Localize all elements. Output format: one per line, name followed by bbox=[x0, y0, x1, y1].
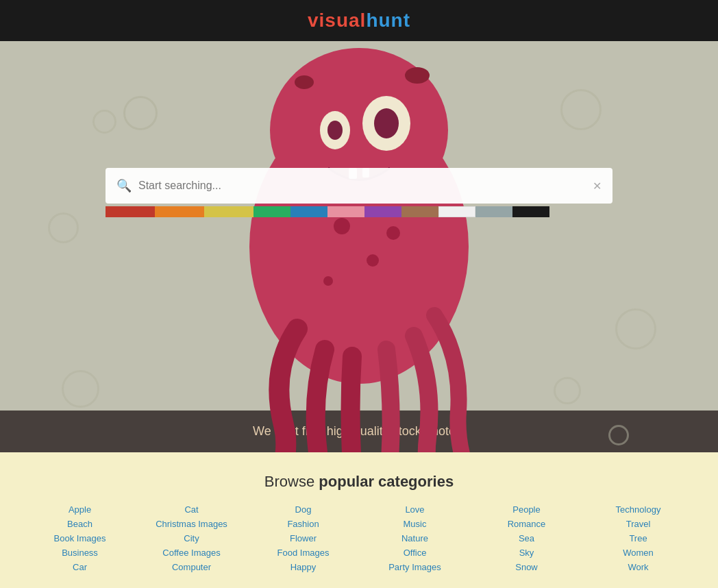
category-coffee-images[interactable]: Coffee Images bbox=[162, 548, 220, 558]
category-col-1: Apple Beach Book Images Business Car bbox=[39, 504, 121, 572]
category-romance[interactable]: Romance bbox=[508, 519, 546, 529]
bubble-5 bbox=[62, 370, 99, 408]
bubble-3 bbox=[560, 89, 602, 130]
svg-point-11 bbox=[367, 254, 379, 267]
category-car[interactable]: Car bbox=[73, 562, 87, 572]
category-col-6: Technology Travel Tree Women Work bbox=[597, 504, 680, 572]
site-logo[interactable]: visualhunt bbox=[308, 10, 410, 32]
category-snow[interactable]: Snow bbox=[515, 562, 538, 572]
category-computer[interactable]: Computer bbox=[172, 562, 211, 572]
swatch-brown[interactable] bbox=[401, 206, 438, 217]
categories-title-bold: popular categories bbox=[319, 473, 454, 490]
categories-title-start: Browse bbox=[264, 473, 319, 490]
category-office[interactable]: Office bbox=[404, 548, 427, 558]
category-music[interactable]: Music bbox=[404, 519, 427, 529]
swatch-white[interactable] bbox=[438, 206, 475, 217]
bubble-1 bbox=[123, 96, 158, 130]
site-header: visualhunt bbox=[0, 0, 718, 41]
swatch-orange[interactable] bbox=[155, 206, 204, 217]
svg-point-10 bbox=[334, 218, 350, 234]
category-christmas-images[interactable]: Christmas Images bbox=[156, 519, 227, 529]
bubble-8 bbox=[608, 425, 629, 445]
category-dog[interactable]: Dog bbox=[295, 504, 312, 515]
swatch-green[interactable] bbox=[253, 206, 290, 217]
monster-illustration bbox=[215, 41, 503, 452]
color-swatches bbox=[106, 206, 612, 217]
bubble-2 bbox=[92, 110, 116, 134]
categories-title: Browse popular categories bbox=[27, 473, 691, 491]
category-city[interactable]: City bbox=[184, 533, 199, 543]
swatch-purple[interactable] bbox=[364, 206, 401, 217]
category-nature[interactable]: Nature bbox=[401, 533, 428, 543]
bubble-4 bbox=[48, 212, 79, 243]
svg-point-5 bbox=[327, 121, 343, 140]
svg-point-12 bbox=[323, 276, 333, 286]
swatch-yellow[interactable] bbox=[204, 206, 253, 217]
category-col-4: Love Music Nature Office Party Images bbox=[374, 504, 456, 572]
category-people[interactable]: People bbox=[512, 504, 540, 515]
swatch-red[interactable] bbox=[106, 206, 155, 217]
category-book-images[interactable]: Book Images bbox=[54, 533, 106, 543]
category-sea[interactable]: Sea bbox=[519, 533, 534, 543]
clear-icon[interactable]: ✕ bbox=[593, 180, 602, 193]
category-technology[interactable]: Technology bbox=[616, 504, 661, 515]
bubble-7 bbox=[615, 308, 656, 350]
svg-point-8 bbox=[405, 67, 430, 84]
category-beach[interactable]: Beach bbox=[67, 519, 92, 529]
categories-section: Browse popular categories Apple Beach Bo… bbox=[0, 452, 718, 588]
category-women[interactable]: Women bbox=[623, 548, 654, 558]
category-sky[interactable]: Sky bbox=[519, 548, 534, 558]
category-business[interactable]: Business bbox=[62, 548, 98, 558]
swatch-pink[interactable] bbox=[327, 206, 364, 217]
search-box: 🔍 ✕ bbox=[106, 168, 612, 204]
category-happy[interactable]: Happy bbox=[290, 562, 317, 572]
category-col-2: Cat Christmas Images City Coffee Images … bbox=[151, 504, 233, 572]
category-fashion[interactable]: Fashion bbox=[287, 519, 319, 529]
category-party-images[interactable]: Party Images bbox=[388, 562, 441, 572]
category-travel[interactable]: Travel bbox=[626, 519, 651, 529]
svg-point-13 bbox=[386, 226, 400, 240]
swatch-black[interactable] bbox=[512, 206, 549, 217]
category-cat[interactable]: Cat bbox=[184, 504, 198, 515]
category-apple[interactable]: Apple bbox=[69, 504, 91, 515]
category-food-images[interactable]: Food Images bbox=[277, 548, 330, 558]
category-tree[interactable]: Tree bbox=[629, 533, 647, 543]
logo-visual: visual bbox=[308, 10, 366, 31]
search-area: 🔍 ✕ bbox=[106, 168, 612, 217]
bubble-6 bbox=[554, 377, 581, 404]
category-love[interactable]: Love bbox=[405, 504, 424, 515]
swatch-blue[interactable] bbox=[290, 206, 327, 217]
search-icon: 🔍 bbox=[116, 178, 132, 193]
category-flower[interactable]: Flower bbox=[290, 533, 317, 543]
category-col-5: People Romance Sea Sky Snow bbox=[486, 504, 568, 572]
category-col-3: Dog Fashion Flower Food Images Happy bbox=[262, 504, 345, 572]
category-work[interactable]: Work bbox=[628, 562, 648, 572]
svg-point-9 bbox=[295, 75, 314, 89]
swatch-gray[interactable] bbox=[475, 206, 512, 217]
search-input[interactable] bbox=[138, 180, 593, 192]
svg-point-3 bbox=[374, 108, 399, 138]
logo-hunt: hunt bbox=[366, 10, 410, 31]
hero-section: 🔍 ✕ We hunt free high quality stock phot… bbox=[0, 41, 718, 452]
categories-grid: Apple Beach Book Images Business Car Cat… bbox=[27, 504, 691, 572]
